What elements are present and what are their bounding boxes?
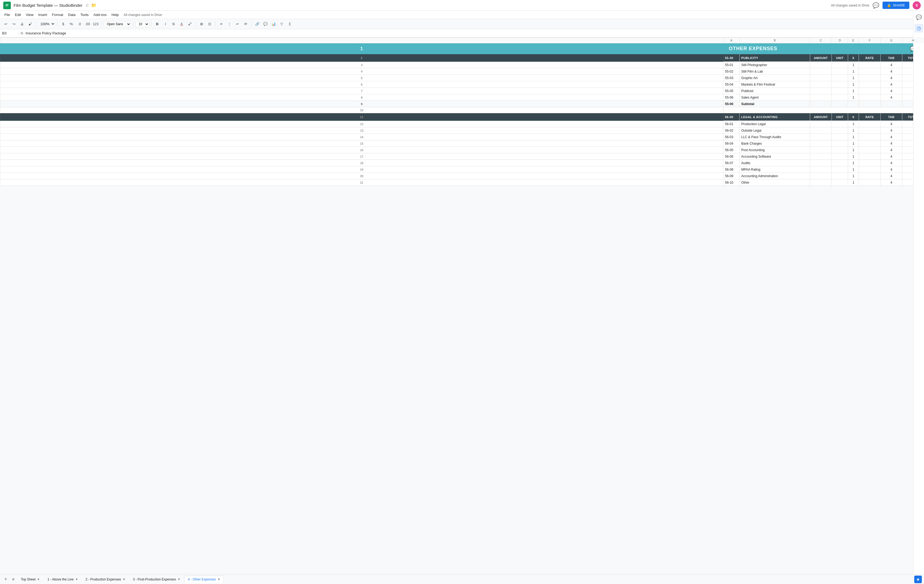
row-amount[interactable] — [810, 173, 832, 179]
strikethrough-button[interactable]: S — [170, 21, 177, 28]
row-code[interactable]: 55-01 — [723, 62, 740, 68]
row-rate[interactable] — [859, 94, 881, 101]
row-rate[interactable] — [859, 81, 881, 88]
row-x[interactable]: 1 — [848, 166, 859, 173]
row-name[interactable]: Still Photographer — [740, 62, 810, 68]
link-button[interactable]: 🔗 — [254, 21, 261, 28]
row-amount[interactable] — [810, 140, 832, 147]
row-amount[interactable] — [810, 94, 832, 101]
row-tab[interactable]: 4 — [881, 166, 902, 173]
row-x[interactable]: 1 — [848, 127, 859, 134]
zoom-select[interactable]: 100% — [38, 21, 55, 27]
col-header-d[interactable]: D — [832, 38, 848, 43]
row-code[interactable]: 56-06 — [723, 153, 740, 160]
borders-button[interactable]: ⊞ — [198, 21, 205, 28]
row-rate[interactable] — [859, 166, 881, 173]
row-rate[interactable] — [859, 75, 881, 81]
share-button[interactable]: 🔒 SHARE — [883, 2, 909, 9]
row-name[interactable]: Sales Agent — [740, 94, 810, 101]
row-tab[interactable]: 4 — [881, 160, 902, 166]
format-123-button[interactable]: 123 — [92, 21, 99, 28]
row-code[interactable]: 56-03 — [723, 134, 740, 140]
menu-view[interactable]: View — [23, 12, 36, 18]
row-unit[interactable] — [832, 173, 848, 179]
sidebar-chat-icon[interactable]: 💬 — [914, 13, 923, 22]
row-x[interactable]: 1 — [848, 81, 859, 88]
row-x[interactable]: 1 — [848, 121, 859, 127]
row-code[interactable]: 55-05 — [723, 88, 740, 94]
row-tab[interactable]: 4 — [881, 81, 902, 88]
row-amount[interactable] — [810, 179, 832, 186]
valign-button[interactable]: ⋮ — [226, 21, 233, 28]
tab-above-the-line[interactable]: 1 - Above the Line ▼ — [44, 576, 82, 583]
col-header-c[interactable]: C — [810, 38, 832, 43]
col-header-b[interactable]: B — [740, 38, 810, 43]
row-unit[interactable] — [832, 127, 848, 134]
row-tab[interactable]: 4 — [881, 153, 902, 160]
row-rate[interactable] — [859, 121, 881, 127]
row-rate[interactable] — [859, 140, 881, 147]
row-x[interactable]: 1 — [848, 75, 859, 81]
row-amount[interactable] — [810, 166, 832, 173]
text-color-button[interactable]: A — [178, 21, 185, 28]
cell-reference-input[interactable] — [2, 31, 18, 35]
row-unit[interactable] — [832, 68, 848, 75]
row-code[interactable]: 56-01 — [723, 121, 740, 127]
row-unit[interactable] — [832, 140, 848, 147]
row-code[interactable]: 55-03 — [723, 75, 740, 81]
row-tab[interactable]: 4 — [881, 94, 902, 101]
row-unit[interactable] — [832, 121, 848, 127]
comment-icon[interactable]: 💬 — [873, 2, 879, 9]
row-tab[interactable]: 4 — [881, 147, 902, 153]
row-unit[interactable] — [832, 134, 848, 140]
menu-edit[interactable]: Edit — [13, 12, 23, 18]
align-button[interactable]: ≡ — [218, 21, 225, 28]
bold-button[interactable]: B — [154, 21, 161, 28]
row-name[interactable]: MPAA Rating — [740, 166, 810, 173]
row-unit[interactable] — [832, 62, 848, 68]
row-rate[interactable] — [859, 179, 881, 186]
comment-toolbar-button[interactable]: 💬 — [262, 21, 269, 28]
avatar[interactable]: S — [912, 2, 921, 10]
redo-button[interactable]: ↪ — [10, 21, 17, 28]
row-tab[interactable]: 4 — [881, 88, 902, 94]
row-name[interactable]: Audits — [740, 160, 810, 166]
row-name[interactable]: LLC & Pass Through Audits — [740, 134, 810, 140]
row-x[interactable]: 1 — [848, 62, 859, 68]
menu-file[interactable]: File — [2, 12, 12, 18]
row-name[interactable]: Accounting Software — [740, 153, 810, 160]
italic-button[interactable]: I — [162, 21, 169, 28]
row-name[interactable]: Graphic Art — [740, 75, 810, 81]
row-x[interactable]: 1 — [848, 68, 859, 75]
font-select[interactable]: Open Sans — [104, 21, 131, 27]
row-name[interactable]: Bank Charges — [740, 140, 810, 147]
tab-production-expenses[interactable]: 2 - Production Expenses ▼ — [82, 576, 129, 583]
decimal-decrease-button[interactable]: .0 — [76, 21, 83, 28]
row-x[interactable]: 1 — [848, 179, 859, 186]
row-tab[interactable]: 4 — [881, 68, 902, 75]
row-amount[interactable] — [810, 147, 832, 153]
row-tab[interactable]: 4 — [881, 127, 902, 134]
row-x[interactable]: 1 — [848, 140, 859, 147]
row-code[interactable]: 56-02 — [723, 127, 740, 134]
row-code[interactable]: 56-10 — [723, 179, 740, 186]
filter-button[interactable]: ▽ — [278, 21, 285, 28]
row-rate[interactable] — [859, 62, 881, 68]
row-rate[interactable] — [859, 134, 881, 140]
col-header-a[interactable]: A — [723, 38, 740, 43]
row-amount[interactable] — [810, 75, 832, 81]
row-rate[interactable] — [859, 153, 881, 160]
star-icon[interactable]: ☆ — [85, 3, 89, 8]
currency-button[interactable]: $ — [59, 21, 67, 28]
row-amount[interactable] — [810, 88, 832, 94]
row-tab[interactable]: 4 — [881, 173, 902, 179]
menu-data[interactable]: Data — [66, 12, 78, 18]
col-header-g[interactable]: G — [881, 38, 902, 43]
explore-button[interactable] — [914, 576, 922, 583]
print-button[interactable]: 🖨 — [18, 21, 25, 28]
row-tab[interactable]: 4 — [881, 62, 902, 68]
menu-format[interactable]: Format — [50, 12, 65, 18]
row-tab[interactable]: 4 — [881, 140, 902, 147]
paint-format-button[interactable]: 🖌 — [26, 21, 34, 28]
row-tab[interactable]: 4 — [881, 179, 902, 186]
